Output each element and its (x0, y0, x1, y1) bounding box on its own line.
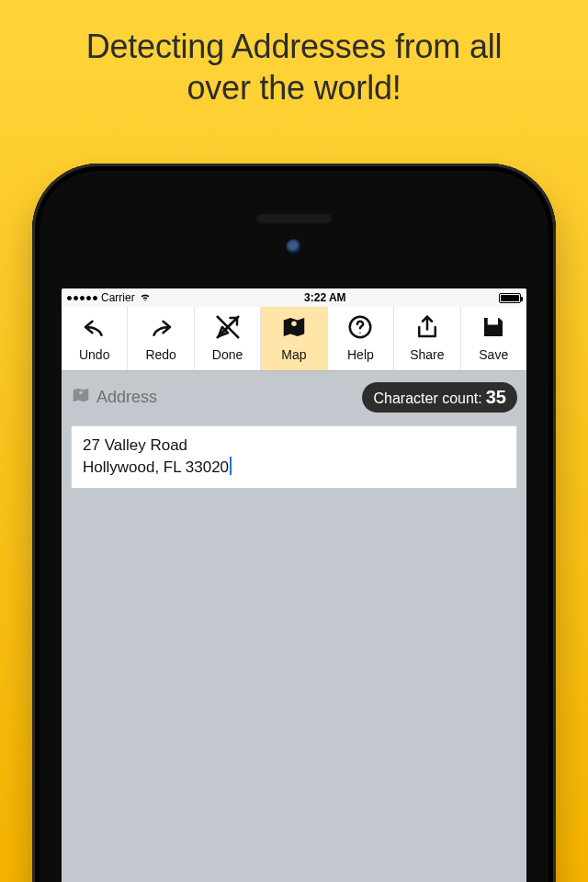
address-input[interactable]: 27 Valley Road Hollywood, FL 33020 (71, 425, 517, 489)
promo-headline: Detecting Addresses from all over the wo… (0, 0, 588, 108)
phone-frame: Carrier 3:22 AM Undo R (32, 164, 556, 882)
svg-point-2 (291, 322, 297, 327)
undo-icon (81, 313, 108, 344)
undo-button[interactable]: Undo (62, 307, 128, 370)
phone-speaker (255, 213, 333, 224)
share-icon (413, 313, 441, 344)
svg-rect-5 (493, 319, 496, 323)
promo-headline-line1: Detecting Addresses from all (86, 28, 503, 65)
battery-icon (499, 293, 521, 303)
phone-camera (286, 239, 302, 255)
carrier-label: Carrier (101, 291, 135, 304)
section-label-text: Address (96, 388, 157, 407)
char-count-value: 35 (486, 387, 506, 408)
section-label: Address (71, 385, 157, 410)
help-icon (346, 313, 374, 344)
promo-headline-line2: over the world! (187, 69, 401, 107)
save-label: Save (479, 347, 508, 362)
save-icon (480, 313, 507, 344)
done-icon (214, 313, 242, 344)
save-button[interactable]: Save (461, 307, 526, 370)
char-count-label: Character count: (373, 390, 481, 407)
address-line2: Hollywood, FL 33020 (83, 458, 229, 476)
address-line1: 27 Valley Road (83, 436, 187, 454)
map-label: Map (281, 347, 306, 362)
text-caret (230, 457, 232, 475)
map-button[interactable]: Map (261, 307, 327, 370)
help-label: Help (347, 347, 374, 362)
meta-row: Address Character count: 35 (62, 371, 526, 422)
map-icon (280, 313, 308, 344)
help-button[interactable]: Help (328, 307, 394, 370)
redo-label: Redo (145, 347, 175, 362)
undo-label: Undo (79, 347, 109, 362)
wifi-icon (139, 290, 152, 306)
toolbar: Undo Redo Done Map (62, 307, 526, 371)
svg-point-4 (360, 333, 362, 334)
share-label: Share (410, 347, 444, 362)
status-bar: Carrier 3:22 AM (62, 288, 526, 307)
share-button[interactable]: Share (394, 307, 460, 370)
done-button[interactable]: Done (195, 307, 261, 370)
done-label: Done (212, 347, 243, 362)
phone-screen: Carrier 3:22 AM Undo R (62, 288, 526, 882)
svg-point-6 (79, 390, 83, 394)
redo-button[interactable]: Redo (128, 307, 194, 370)
status-time: 3:22 AM (304, 291, 346, 304)
redo-icon (147, 313, 175, 344)
char-count-pill: Character count: 35 (362, 382, 517, 413)
signal-strength-icon (67, 296, 97, 300)
map-pin-icon (71, 385, 91, 410)
